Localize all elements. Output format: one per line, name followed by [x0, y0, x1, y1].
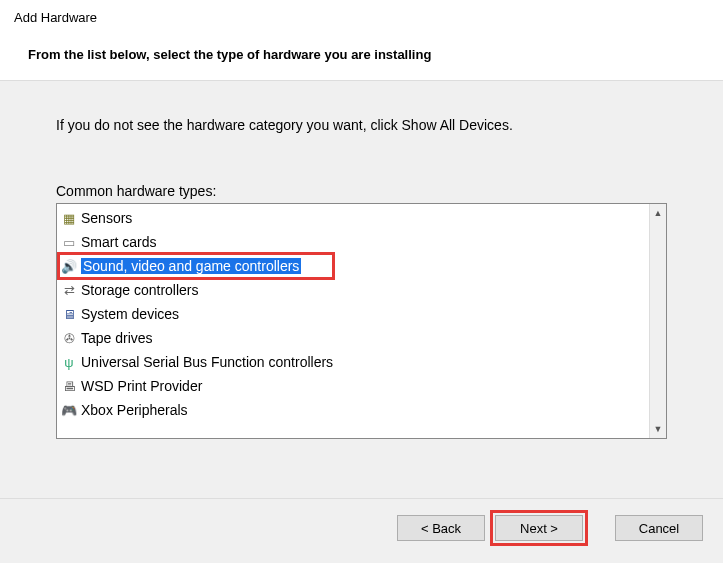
scroll-up-icon[interactable]: ▲: [650, 204, 666, 222]
list-item[interactable]: 🖶WSD Print Provider: [57, 374, 649, 398]
list-item-label: Tape drives: [81, 330, 153, 346]
wsd-icon: 🖶: [61, 378, 77, 394]
wizard-header: Add Hardware From the list below, select…: [0, 0, 723, 81]
list-item-label: System devices: [81, 306, 179, 322]
tape-icon: ✇: [61, 330, 77, 346]
list-item[interactable]: 🎮Xbox Peripherals: [57, 398, 649, 422]
list-item-label: Smart cards: [81, 234, 156, 250]
list-item-label: Sensors: [81, 210, 132, 226]
scroll-down-icon[interactable]: ▼: [650, 420, 666, 438]
add-hardware-wizard: Add Hardware From the list below, select…: [0, 0, 723, 563]
back-button[interactable]: < Back: [397, 515, 485, 541]
list-item[interactable]: ✇Tape drives: [57, 326, 649, 350]
listbox-content: ▦Sensors▭Smart cards🔊Sound, video and ga…: [57, 204, 649, 438]
hardware-types-listbox[interactable]: ▦Sensors▭Smart cards🔊Sound, video and ga…: [56, 203, 667, 439]
sound-icon: 🔊: [61, 258, 77, 274]
wizard-body: If you do not see the hardware category …: [0, 81, 723, 498]
cancel-button-wrap: Cancel: [615, 515, 703, 541]
next-button-wrap: Next >: [495, 515, 583, 541]
cancel-button[interactable]: Cancel: [615, 515, 703, 541]
list-item-label: Storage controllers: [81, 282, 199, 298]
system-icon: 🖥: [61, 306, 77, 322]
list-item-label: Universal Serial Bus Function controller…: [81, 354, 333, 370]
back-button-wrap: < Back: [397, 515, 485, 541]
storage-icon: ⇄: [61, 282, 77, 298]
list-item-label: Sound, video and game controllers: [81, 258, 301, 274]
page-subtitle: From the list below, select the type of …: [14, 47, 709, 62]
list-item[interactable]: ⇄Storage controllers: [57, 278, 649, 302]
list-item[interactable]: 🖥System devices: [57, 302, 649, 326]
usb-icon: ψ: [61, 354, 77, 370]
list-label: Common hardware types:: [56, 183, 667, 199]
wizard-footer: < Back Next > Cancel: [0, 498, 723, 563]
scrollbar[interactable]: ▲ ▼: [649, 204, 666, 438]
list-item-label: WSD Print Provider: [81, 378, 202, 394]
sensors-icon: ▦: [61, 210, 77, 226]
hint-text: If you do not see the hardware category …: [56, 117, 667, 133]
list-item-label: Xbox Peripherals: [81, 402, 188, 418]
smartcard-icon: ▭: [61, 234, 77, 250]
list-item[interactable]: ψUniversal Serial Bus Function controlle…: [57, 350, 649, 374]
next-button[interactable]: Next >: [495, 515, 583, 541]
list-item[interactable]: ▦Sensors: [57, 206, 649, 230]
list-item[interactable]: ▭Smart cards: [57, 230, 649, 254]
list-item[interactable]: 🔊Sound, video and game controllers: [57, 254, 649, 278]
xbox-icon: 🎮: [61, 402, 77, 418]
window-title: Add Hardware: [14, 10, 709, 25]
